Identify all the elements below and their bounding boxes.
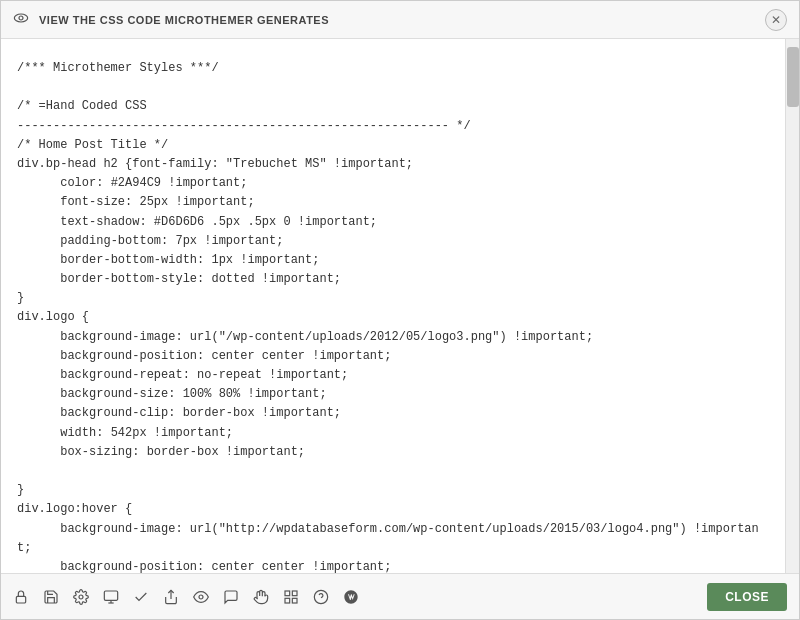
comment-icon[interactable] xyxy=(223,589,239,605)
svg-point-0 xyxy=(14,14,27,22)
monitor-icon[interactable] xyxy=(103,589,119,605)
svg-point-3 xyxy=(79,595,83,599)
code-display-area[interactable]: /*** Microthemer Styles ***/ /* =Hand Co… xyxy=(1,39,785,573)
share-icon[interactable] xyxy=(163,589,179,605)
check-icon[interactable] xyxy=(133,589,149,605)
svg-rect-9 xyxy=(285,591,290,596)
svg-point-1 xyxy=(19,16,23,20)
close-x-label: ✕ xyxy=(771,14,781,26)
help-icon[interactable] xyxy=(313,589,329,605)
settings-icon[interactable] xyxy=(73,589,89,605)
modal-title: VIEW THE CSS CODE MICROTHEMER GENERATES xyxy=(39,14,765,26)
svg-rect-11 xyxy=(285,598,290,603)
modal-container: VIEW THE CSS CODE MICROTHEMER GENERATES … xyxy=(0,0,800,620)
view-icon[interactable] xyxy=(193,589,209,605)
css-code-content: /*** Microthemer Styles ***/ /* =Hand Co… xyxy=(17,59,769,573)
hand-icon[interactable] xyxy=(253,589,269,605)
svg-rect-10 xyxy=(292,591,297,596)
modal-header: VIEW THE CSS CODE MICROTHEMER GENERATES … xyxy=(1,1,799,39)
close-button[interactable]: CLOSE xyxy=(707,583,787,611)
svg-rect-12 xyxy=(292,598,297,603)
svg-rect-2 xyxy=(16,596,25,603)
modal-footer: CLOSE xyxy=(1,573,799,619)
footer-icon-bar xyxy=(13,589,707,605)
modal-body: /*** Microthemer Styles ***/ /* =Hand Co… xyxy=(1,39,799,573)
svg-point-13 xyxy=(314,590,327,603)
header-eye-icon xyxy=(13,10,29,30)
lock-icon[interactable] xyxy=(13,589,29,605)
save-icon[interactable] xyxy=(43,589,59,605)
scrollbar[interactable] xyxy=(785,39,799,573)
wordpress-icon[interactable] xyxy=(343,589,359,605)
scrollbar-thumb[interactable] xyxy=(787,47,799,107)
svg-point-8 xyxy=(199,595,203,599)
grid-icon[interactable] xyxy=(283,589,299,605)
modal-close-x-button[interactable]: ✕ xyxy=(765,9,787,31)
svg-rect-4 xyxy=(104,591,117,600)
